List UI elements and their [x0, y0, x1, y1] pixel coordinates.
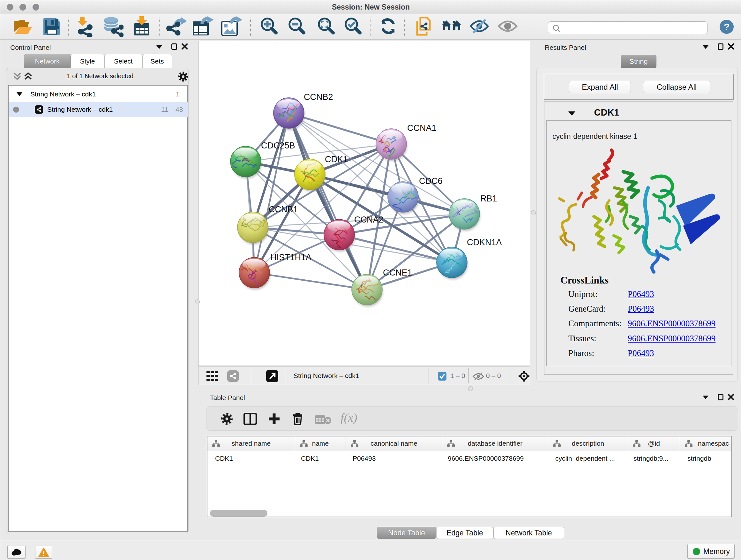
svg-text:CDC6: CDC6 [419, 176, 443, 186]
svg-text:?: ? [724, 21, 730, 32]
svg-text:CCNB2: CCNB2 [304, 92, 333, 102]
svg-text:CCNE1: CCNE1 [383, 268, 412, 277]
svg-text:CDK1: CDK1 [325, 154, 348, 164]
svg-text:CDKN1A: CDKN1A [467, 238, 502, 247]
svg-text:RB1: RB1 [480, 194, 497, 203]
svg-text:CCNA1: CCNA1 [407, 123, 436, 133]
svg-text:CDC25B: CDC25B [261, 141, 295, 150]
svg-text:CCNA2: CCNA2 [354, 215, 384, 225]
svg-text:CCNB1: CCNB1 [269, 205, 298, 214]
svg-text:HIST1H1A: HIST1H1A [270, 253, 312, 262]
